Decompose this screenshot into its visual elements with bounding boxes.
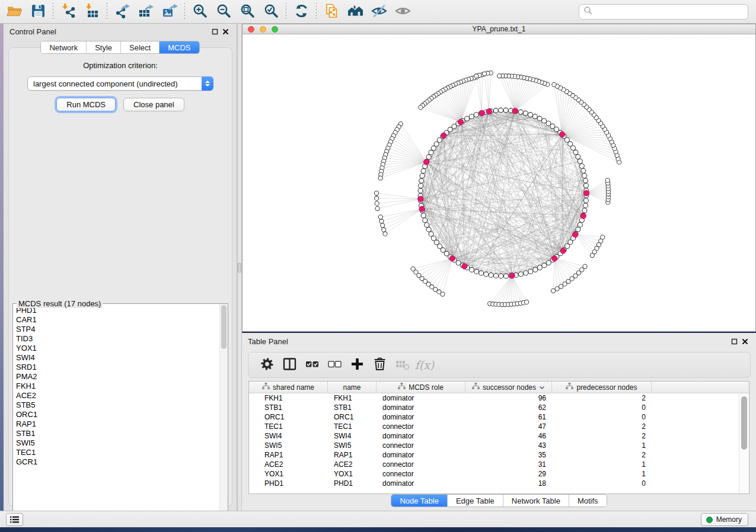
graph-node[interactable] bbox=[568, 240, 573, 245]
splitter-grip[interactable] bbox=[238, 263, 241, 273]
table-settings-button[interactable] bbox=[257, 355, 277, 375]
graph-node[interactable] bbox=[474, 74, 479, 78]
graph-node[interactable] bbox=[533, 267, 538, 272]
float-panel-button[interactable] bbox=[209, 26, 220, 37]
graph-node[interactable] bbox=[423, 218, 428, 223]
graph-node[interactable] bbox=[379, 219, 384, 223]
graph-node[interactable] bbox=[519, 272, 524, 277]
graph-hub-node[interactable] bbox=[424, 159, 429, 165]
graph-node[interactable] bbox=[583, 183, 588, 188]
network-graph[interactable] bbox=[243, 34, 755, 331]
result-list-item[interactable]: TID3 bbox=[16, 334, 219, 344]
table-cell[interactable]: dominator bbox=[377, 431, 465, 441]
tab-mcds[interactable]: MCDS bbox=[159, 41, 199, 53]
result-list-item[interactable]: SWI5 bbox=[16, 438, 219, 448]
graph-node[interactable] bbox=[382, 227, 386, 232]
table-row[interactable]: YOX1YOX1connector291 bbox=[249, 469, 749, 479]
table-cell[interactable]: 2 bbox=[552, 393, 652, 403]
result-list-item[interactable]: CAR1 bbox=[16, 315, 219, 325]
import-network-button[interactable] bbox=[56, 2, 80, 22]
graph-hub-node[interactable] bbox=[458, 119, 463, 124]
table-cell[interactable]: ORC1 bbox=[328, 412, 377, 422]
graph-node[interactable] bbox=[524, 271, 528, 275]
graph-node[interactable] bbox=[493, 108, 498, 113]
table-cell[interactable]: SWI4 bbox=[328, 431, 377, 441]
graph-node[interactable] bbox=[378, 176, 382, 180]
table-row[interactable]: FKH1FKH1dominator962 bbox=[249, 393, 749, 403]
graph-node[interactable] bbox=[583, 178, 588, 183]
table-cell[interactable]: YOX1 bbox=[328, 469, 377, 479]
table-row[interactable]: RAP1RAP1dominator352 bbox=[249, 450, 749, 460]
network-canvas[interactable] bbox=[243, 34, 755, 331]
table-cell[interactable]: STB1 bbox=[249, 403, 328, 412]
graph-node[interactable] bbox=[518, 110, 523, 114]
table-cell[interactable]: PHD1 bbox=[328, 479, 377, 488]
table-cell[interactable]: dominator bbox=[377, 403, 465, 412]
table-cell[interactable]: 18 bbox=[465, 479, 552, 488]
graph-node[interactable] bbox=[419, 184, 423, 188]
table-cell[interactable]: 96 bbox=[465, 393, 552, 403]
graph-node[interactable] bbox=[374, 191, 378, 195]
graph-hub-node[interactable] bbox=[512, 108, 518, 114]
table-cell[interactable]: dominator bbox=[377, 479, 465, 488]
table-cell[interactable]: connector bbox=[377, 422, 465, 431]
graph-node[interactable] bbox=[434, 240, 439, 245]
graph-node[interactable] bbox=[551, 289, 555, 293]
table-cell[interactable]: dominator bbox=[377, 393, 465, 403]
graph-node[interactable] bbox=[559, 284, 563, 289]
graph-node[interactable] bbox=[573, 150, 578, 155]
table-cell[interactable]: 62 bbox=[465, 403, 552, 412]
graph-node[interactable] bbox=[437, 138, 442, 143]
table-cell[interactable]: PHD1 bbox=[249, 479, 328, 488]
show-all-button[interactable] bbox=[391, 2, 414, 22]
table-cell[interactable]: 0 bbox=[552, 412, 652, 422]
graph-hub-node[interactable] bbox=[479, 110, 484, 116]
graph-hub-node[interactable] bbox=[580, 213, 586, 219]
graph-node[interactable] bbox=[479, 271, 484, 275]
table-cell[interactable]: 1 bbox=[552, 469, 652, 479]
graph-hub-node[interactable] bbox=[559, 132, 564, 137]
graph-node[interactable] bbox=[542, 263, 547, 268]
result-list-item[interactable]: SRD1 bbox=[16, 363, 219, 372]
table-cell[interactable]: STB1 bbox=[328, 403, 377, 412]
graph-node[interactable] bbox=[503, 274, 508, 278]
graph-node[interactable] bbox=[474, 113, 479, 117]
graph-node[interactable] bbox=[426, 227, 431, 232]
result-list-item[interactable]: ORC1 bbox=[16, 410, 219, 419]
zoom-fit-button[interactable] bbox=[235, 2, 259, 22]
table-row[interactable]: TEC1TEC1connector472 bbox=[249, 422, 749, 431]
graph-node[interactable] bbox=[528, 113, 533, 117]
result-list-item[interactable]: RAP1 bbox=[16, 419, 219, 429]
table-cell[interactable]: ACE2 bbox=[249, 460, 328, 469]
graph-node[interactable] bbox=[581, 168, 586, 173]
graph-node[interactable] bbox=[552, 82, 556, 86]
tab-motifs[interactable]: Motifs bbox=[569, 495, 607, 507]
graph-hub-node[interactable] bbox=[509, 273, 515, 278]
table-cell[interactable]: 2 bbox=[552, 431, 652, 441]
result-list-item[interactable]: STB5 bbox=[16, 400, 219, 410]
graph-node[interactable] bbox=[470, 267, 474, 272]
graph-node[interactable] bbox=[489, 273, 493, 277]
graph-node[interactable] bbox=[469, 114, 474, 119]
graph-hub-node[interactable] bbox=[449, 256, 455, 261]
graph-node[interactable] bbox=[565, 244, 570, 249]
graph-node[interactable] bbox=[431, 146, 436, 150]
zoom-selected-button[interactable] bbox=[259, 2, 283, 22]
column-header-name[interactable]: name bbox=[328, 382, 377, 393]
table-cell[interactable]: 2 bbox=[552, 450, 652, 460]
graph-node[interactable] bbox=[605, 178, 610, 182]
graph-node[interactable] bbox=[550, 124, 555, 129]
result-list-item[interactable]: STB1 bbox=[16, 429, 219, 438]
table-cell[interactable]: 61 bbox=[465, 412, 552, 422]
graph-node[interactable] bbox=[419, 105, 423, 110]
table-row[interactable]: ACE2ACE2connector311 bbox=[249, 460, 749, 469]
vertical-splitter[interactable] bbox=[237, 24, 242, 511]
tab-network[interactable]: Network bbox=[41, 41, 86, 53]
graph-node[interactable] bbox=[532, 114, 537, 119]
graph-node[interactable] bbox=[554, 127, 559, 132]
result-list-item[interactable]: YOX1 bbox=[16, 344, 219, 353]
column-header-successor-nodes[interactable]: successor nodes bbox=[465, 382, 552, 393]
table-cell[interactable]: ORC1 bbox=[249, 412, 328, 422]
graph-node[interactable] bbox=[546, 261, 551, 265]
graph-hub-node[interactable] bbox=[573, 232, 578, 237]
